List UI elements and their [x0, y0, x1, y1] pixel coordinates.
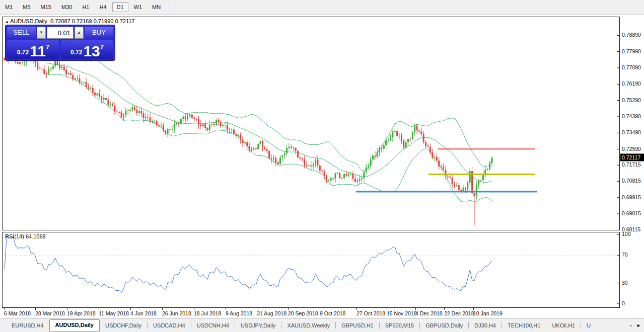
price-axis-label: 0.76190 — [622, 80, 641, 87]
rsi-axis-label: 0 — [622, 300, 625, 306]
price-axis-label: 0.69915 — [622, 194, 641, 200]
sell-price-point: 7 — [46, 43, 49, 51]
price-axis-label: 0.70815 — [622, 178, 641, 184]
price-axis: 0.788900.779900.770900.761900.752900.743… — [620, 15, 644, 318]
timeframe-button-H4[interactable]: H4 — [95, 2, 111, 12]
timeframe-button-M15[interactable]: M15 — [36, 2, 56, 12]
timeframe-button-H1[interactable]: H1 — [78, 2, 94, 12]
sell-price-pips: 11 — [30, 44, 46, 58]
buy-button[interactable]: BUY — [85, 27, 113, 39]
buy-price-display[interactable]: 0.72 13 7 — [61, 40, 113, 59]
chart-title: ▲AUDUSD,Daily 0.72087 0.72169 0.71990 0.… — [5, 18, 134, 24]
tab-scroll-left-icon[interactable]: ◄ — [628, 323, 632, 328]
date-axis-label: 11 May 2018 — [99, 310, 129, 316]
chart-tab-GBPUSD-Daily[interactable]: GBPUSD,Daily — [420, 320, 468, 331]
chart-tab-SP500-M15[interactable]: SP500,M15 — [380, 320, 419, 331]
chart-tab-USDCNH-H4[interactable]: USDCNH,H4 — [191, 320, 235, 331]
date-axis-tick — [473, 308, 474, 310]
tab-list: EURUSD,H4AUDUSD,DailyUSDCHF,DailyUSDCAD,… — [6, 319, 596, 331]
date-axis-label: 4 Jun 2018 — [130, 310, 157, 316]
chart-tab-XAUUSD-Weekly[interactable]: XAUUSD,Weekly — [281, 320, 335, 331]
toolbar-separator — [170, 2, 170, 12]
price-axis-label: 0.77990 — [622, 48, 641, 54]
timeframe-button-MN[interactable]: MN — [148, 2, 165, 12]
date-axis-tick — [4, 308, 5, 310]
timeframe-bar: M1M5M15M30H1H4D1W1MN — [0, 2, 166, 12]
candlesticks — [4, 53, 493, 225]
price-axis-label: 0.77090 — [622, 64, 641, 70]
timeframe-button-M5[interactable]: M5 — [18, 2, 35, 12]
tab-scroll-right-icon[interactable]: ► — [636, 323, 641, 328]
rsi-canvas — [3, 232, 619, 307]
price-axis-label: 0.78890 — [622, 32, 641, 38]
chart-tab-bar: EURUSD,H4AUDUSD,DailyUSDCHF,DailyUSDCAD,… — [0, 318, 644, 332]
chart-window: ▲AUDUSD,Daily 0.72087 0.72169 0.71990 0.… — [0, 15, 644, 318]
date-axis-label: 20 Sep 2018 — [288, 310, 318, 316]
volume-increase-button[interactable]: ▲ — [75, 27, 84, 39]
date-axis-label: 9 Oct 2018 — [320, 310, 345, 316]
date-axis-tick — [99, 308, 99, 310]
horizontal-lines — [356, 149, 537, 192]
chart-tab-U[interactable]: U — [581, 320, 596, 331]
buy-price-point: 7 — [100, 43, 104, 51]
date-axis-tick — [320, 308, 320, 310]
date-axis-label: 19 Apr 2018 — [67, 310, 96, 316]
chart-tab-AUDUSD-Daily[interactable]: AUDUSD,Daily — [49, 319, 100, 331]
date-axis-tick — [415, 308, 416, 310]
chart-tab-UKOil-H1[interactable]: UKOil,H1 — [546, 320, 581, 331]
date-axis-tick — [35, 308, 36, 310]
bollinger-bands — [46, 52, 492, 202]
date-axis-tick — [130, 308, 131, 310]
chart-tab-TECH100-H1[interactable]: TECH100,H1 — [502, 320, 546, 331]
date-axis-label: 9 Aug 2018 — [226, 310, 252, 316]
chart-tab-DJ30-H4[interactable]: DJ30,H4 — [469, 320, 502, 331]
date-axis-label: 15 Nov 2018 — [387, 310, 417, 316]
rsi-line — [5, 235, 492, 292]
price-axis-ticks — [617, 35, 619, 230]
chart-shift-marker-icon: ▲ — [5, 20, 9, 24]
date-axis-label: 4 Dec 2018 — [415, 310, 443, 316]
chart-tab-USDJPY-Daily[interactable]: USDJPY,Daily — [235, 320, 281, 331]
chart-ohlc-values: 0.72087 0.72169 0.71990 0.72117 — [50, 18, 134, 24]
date-axis-label: 31 Aug 2018 — [257, 310, 287, 316]
date-axis-tick — [288, 308, 289, 310]
sell-price-display[interactable]: 0.72 11 7 — [7, 40, 59, 59]
one-click-trading-panel: SELL ▼ ▲ BUY 0.72 11 7 0.72 13 7 — [5, 25, 115, 61]
price-axis-label: 0.72590 — [622, 146, 641, 152]
sell-button[interactable]: SELL — [7, 27, 36, 39]
date-axis-label: 10 Jan 2019 — [473, 310, 503, 316]
rsi-axis-label: 30 — [622, 280, 628, 286]
timeframe-button-M30[interactable]: M30 — [57, 2, 77, 12]
chart-tab-USDCAD-H4[interactable]: USDCAD,H4 — [148, 320, 191, 331]
date-axis-tick — [194, 308, 194, 310]
price-axis-label: 0.75290 — [622, 97, 641, 103]
timeframe-toolbar: M1M5M15M30H1H4D1W1MN — [0, 0, 644, 15]
chart-symbol-label: AUDUSD,Daily — [10, 18, 47, 24]
date-axis: 6 Mar 201828 Mar 201819 Apr 201811 May 2… — [2, 308, 620, 318]
timeframe-button-D1[interactable]: D1 — [112, 2, 128, 12]
date-axis-label: 22 Dec 2018 — [444, 310, 474, 316]
rsi-indicator-pane[interactable] — [2, 232, 620, 308]
chart-tab-USDCHF-Daily[interactable]: USDCHF,Daily — [100, 320, 147, 331]
buy-price-pips: 13 — [83, 44, 100, 58]
tab-scroll-controls: ◄ ► — [628, 323, 641, 328]
date-axis-tick — [67, 308, 67, 310]
timeframe-button-W1[interactable]: W1 — [129, 2, 147, 12]
date-axis-tick — [257, 308, 257, 310]
price-axis-label: 0.74390 — [622, 113, 641, 119]
rsi-level-lines — [4, 255, 618, 283]
rsi-axis-label: 70 — [622, 252, 628, 258]
price-axis-label: 0.71715 — [622, 161, 641, 168]
date-axis-label: 26 Jun 2018 — [162, 310, 191, 316]
date-axis-label: 27 Oct 2018 — [356, 310, 385, 316]
price-axis-label: 0.73490 — [622, 129, 641, 135]
volume-input[interactable] — [47, 27, 74, 39]
chart-tab-EURUSD-H4[interactable]: EURUSD,H4 — [6, 320, 49, 331]
date-axis-label: 28 Mar 2018 — [35, 310, 65, 316]
date-axis-tick — [387, 308, 387, 310]
date-axis-tick — [226, 308, 226, 310]
chart-tab-GBPUSD-H1[interactable]: GBPUSD,H1 — [336, 320, 379, 331]
price-axis-label: 0.69015 — [622, 210, 641, 216]
volume-decrease-button[interactable]: ▼ — [37, 27, 46, 39]
timeframe-button-M1[interactable]: M1 — [1, 2, 17, 12]
